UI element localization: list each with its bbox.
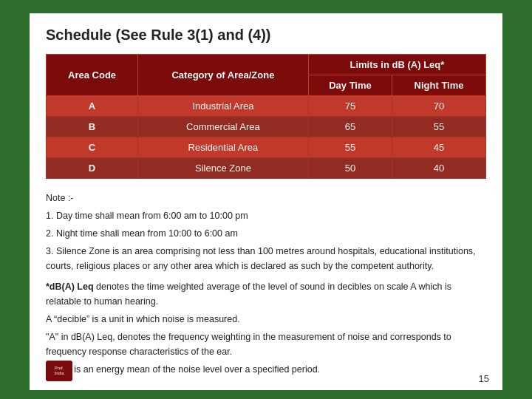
table-cell-day: 75 <box>308 96 392 117</box>
table-cell-day: 65 <box>308 117 392 137</box>
footer-note-item: A “decible” is a unit in which noise is … <box>46 312 486 327</box>
notes-section: Note :- 1. Day time shall mean from 6:00… <box>46 191 486 377</box>
notes-label: Note :- <box>46 191 486 205</box>
table-cell-night: 40 <box>392 158 486 179</box>
logo: Prof.India <box>46 361 72 381</box>
page-title: Schedule (See Rule 3(1) and (4)) <box>46 27 486 44</box>
table-cell-code: A <box>47 96 138 117</box>
table-cell-day: 55 <box>308 137 392 158</box>
table-cell-code: C <box>47 137 138 158</box>
col-area-code-header: Area Code <box>47 55 138 96</box>
col-day-time-header: Day Time <box>308 75 392 96</box>
table-row: A Industrial Area 75 70 <box>47 96 486 117</box>
notes-items: 1. Day time shall mean from 6:00 am to 1… <box>46 208 486 273</box>
table-row: D Silence Zone 50 40 <box>47 158 486 179</box>
table-cell-category: Commercial Area <box>138 117 309 137</box>
footer-note-item: *dB(A) Leq denotes the time weighted ave… <box>46 279 486 309</box>
table-cell-night: 70 <box>392 96 486 117</box>
table-cell-category: Residential Area <box>138 137 309 158</box>
note-item: 1. Day time shall mean from 6:00 am to 1… <box>46 208 486 223</box>
table-body: A Industrial Area 75 70 B Commercial Are… <box>47 96 486 179</box>
note-item: 2. Night time shall mean from 10:00 to 6… <box>46 226 486 241</box>
col-night-time-header: Night Time <box>392 75 486 96</box>
footer-notes: *dB(A) Leq denotes the time weighted ave… <box>46 279 486 377</box>
table-cell-night: 45 <box>392 137 486 158</box>
table-cell-code: B <box>47 117 138 137</box>
col-limits-header: Limits in dB (A) Leq* <box>308 55 485 75</box>
schedule-table: Area Code Category of Area/Zone Limits i… <box>46 54 486 179</box>
col-category-header: Category of Area/Zone <box>138 55 309 96</box>
main-content: Schedule (See Rule 3(1) and (4)) Area Co… <box>30 13 502 390</box>
table-row: C Residential Area 55 45 <box>47 137 486 158</box>
table-row: B Commercial Area 65 55 <box>47 117 486 137</box>
footer-note-item: Leq: It is an energy mean of the noise l… <box>46 362 486 377</box>
table-cell-night: 55 <box>392 117 486 137</box>
table-cell-day: 50 <box>308 158 392 179</box>
page-number: 15 <box>479 373 489 384</box>
table-cell-code: D <box>47 158 138 179</box>
table-header-row-top: Area Code Category of Area/Zone Limits i… <box>47 55 486 75</box>
table-cell-category: Industrial Area <box>138 96 309 117</box>
logo-area: Prof.India <box>46 361 75 383</box>
note-item: 3. Silence Zone is an area comprising no… <box>46 244 486 273</box>
table-cell-category: Silence Zone <box>138 158 309 179</box>
footer-note-item: "A" in dB(A) Leq, denotes the frequency … <box>46 330 486 359</box>
